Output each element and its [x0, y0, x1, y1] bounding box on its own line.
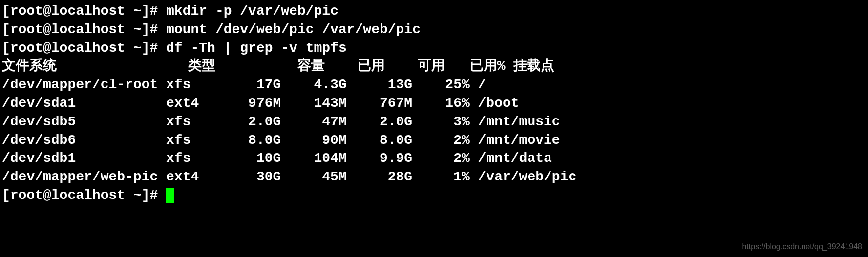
command-line-4: [root@localhost ~]#	[2, 186, 866, 205]
command-line-3: [root@localhost ~]# df -Th | grep -v tmp…	[2, 39, 866, 58]
prompt: [root@localhost ~]#	[2, 3, 166, 19]
command: df -Th | grep -v tmpfs	[166, 40, 347, 56]
table-row: /dev/mapper/web-pic ext4 30G 45M 28G 1% …	[2, 168, 866, 186]
cursor-block[interactable]	[166, 188, 174, 203]
table-row: /dev/sdb1 xfs 10G 104M 9.9G 2% /mnt/data	[2, 149, 866, 168]
table-row: /dev/sda1 ext4 976M 143M 767M 16% /boot	[2, 94, 866, 113]
table-row: /dev/sdb5 xfs 2.0G 47M 2.0G 3% /mnt/musi…	[2, 113, 866, 131]
df-header-row: 文件系统 类型 容量 已用 可用 已用% 挂载点	[2, 57, 866, 76]
prompt: [root@localhost ~]#	[2, 22, 166, 37]
table-row: /dev/mapper/cl-root xfs 17G 4.3G 13G 25%…	[2, 76, 866, 94]
command-line-1: [root@localhost ~]# mkdir -p /var/web/pi…	[2, 2, 866, 20]
command-line-2: [root@localhost ~]# mount /dev/web/pic /…	[2, 20, 866, 39]
prompt: [root@localhost ~]#	[2, 40, 166, 56]
command: mkdir -p /var/web/pic	[166, 3, 339, 19]
prompt: [root@localhost ~]#	[2, 188, 166, 203]
command: mount /dev/web/pic /var/web/pic	[166, 22, 421, 37]
table-row: /dev/sdb6 xfs 8.0G 90M 8.0G 2% /mnt/movi…	[2, 131, 866, 150]
watermark-text: https://blog.csdn.net/qq_39241948	[742, 241, 862, 252]
